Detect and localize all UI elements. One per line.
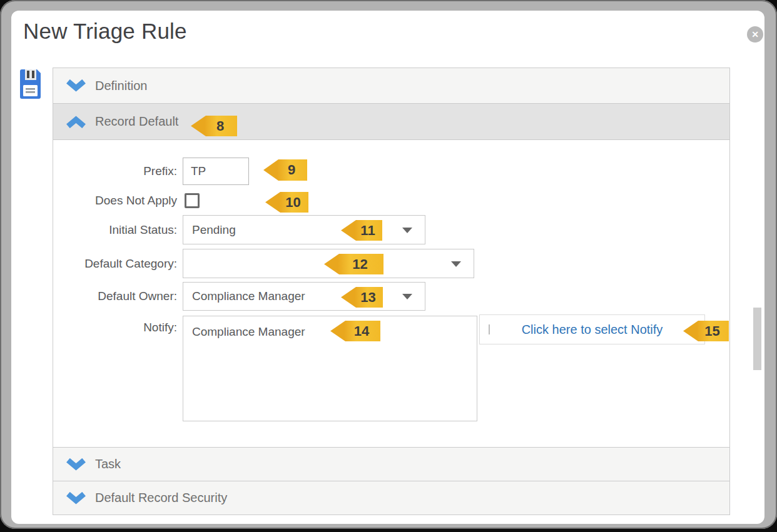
notify-label: Notify: (36, 316, 177, 339)
default-category-label: Default Category: (36, 249, 177, 278)
dropdown-caret-icon (402, 228, 412, 233)
scrollbar-fragment[interactable] (753, 308, 761, 370)
chevron-down-icon (66, 458, 86, 471)
default-owner-select[interactable]: Compliance Manager (183, 282, 425, 311)
chevron-down-icon (66, 79, 86, 92)
initial-status-label: Initial Status: (36, 215, 177, 244)
notify-listbox[interactable]: Compliance Manager (183, 316, 477, 421)
default-owner-value: Compliance Manager (192, 289, 305, 303)
save-icon (20, 90, 41, 101)
window-frame: New Triage Rule ✕ (0, 0, 777, 529)
select-notify-link[interactable]: Click here to select Notify (522, 323, 663, 337)
chevron-up-icon (66, 116, 86, 128)
prefix-input[interactable] (183, 158, 249, 185)
screenshot-canvas: New Triage Rule ✕ (0, 0, 777, 532)
section-label: Definition (95, 79, 147, 93)
notify-list-item[interactable]: Compliance Manager (183, 323, 477, 341)
section-record-default[interactable]: Record Default (53, 104, 729, 140)
does-not-apply-checkbox[interactable] (185, 193, 200, 208)
does-not-apply-label: Does Not Apply (36, 193, 177, 208)
close-icon: ✕ (751, 29, 759, 39)
dropdown-caret-icon (451, 261, 461, 267)
section-default-record-security[interactable]: Default Record Security (53, 481, 729, 514)
dropdown-caret-icon (402, 294, 412, 299)
prefix-label: Prefix: (36, 158, 177, 185)
initial-status-select[interactable]: Pending (183, 215, 425, 244)
text-cursor (489, 324, 490, 334)
chevron-down-icon (66, 492, 86, 504)
initial-status-value: Pending (192, 223, 236, 237)
section-label: Default Record Security (95, 491, 227, 505)
section-task[interactable]: Task (53, 448, 729, 481)
section-label: Task (95, 457, 121, 471)
save-button[interactable] (20, 69, 41, 99)
default-owner-label: Default Owner: (36, 282, 177, 311)
section-definition[interactable]: Definition (53, 68, 729, 104)
section-label: Record Default (95, 114, 178, 129)
close-button[interactable]: ✕ (747, 26, 763, 43)
new-triage-rule-dialog: New Triage Rule ✕ (11, 11, 764, 524)
notify-select-box[interactable]: Click here to select Notify (479, 314, 705, 344)
dialog-title: New Triage Rule (23, 19, 187, 44)
